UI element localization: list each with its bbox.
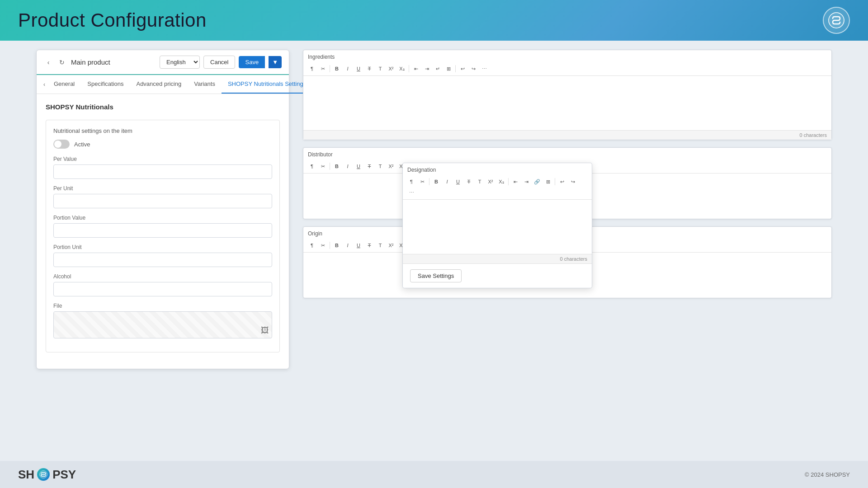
- orig-tb-paragraph[interactable]: ¶: [307, 240, 317, 250]
- desig-tb-table[interactable]: ⊞: [543, 177, 553, 187]
- tab-advanced-pricing[interactable]: Advanced pricing: [130, 75, 188, 94]
- per-value-field: Per Value: [53, 156, 272, 179]
- tab-left-arrow[interactable]: ‹: [41, 77, 47, 92]
- per-unit-label: Per Unit: [53, 185, 272, 192]
- designation-editor-body[interactable]: [403, 200, 592, 254]
- language-select[interactable]: English German French Spanish: [160, 56, 200, 69]
- panel-header: ‹ ↻ Main product English German French S…: [37, 50, 289, 75]
- section-title: SHOPSY Nutritionals: [46, 103, 280, 114]
- ingredients-char-count: 0 characters: [303, 130, 831, 140]
- cancel-button[interactable]: Cancel: [203, 56, 235, 69]
- ingredients-panel: Ingredients ¶ ✂ B I U T T X² X₂ ⇤ ⇥ ↵ ⊞ …: [303, 50, 832, 140]
- main-product-panel: ‹ ↻ Main product English German French S…: [36, 50, 289, 369]
- panel-header-right: English German French Spanish Cancel Sav…: [160, 56, 282, 69]
- tb-subscript[interactable]: X₂: [397, 64, 407, 74]
- panel-header-left: ‹ ↻ Main product: [44, 58, 110, 67]
- desig-tb-more[interactable]: ⋯: [406, 188, 416, 197]
- tb-undo[interactable]: ↩: [458, 64, 467, 74]
- nutritional-section: Nutritional settings on the item Active …: [46, 120, 280, 352]
- desig-tb-italic[interactable]: I: [442, 177, 452, 187]
- file-upload-area[interactable]: 🖼: [53, 311, 272, 338]
- portion-unit-label: Portion Unit: [53, 244, 272, 250]
- designation-panel: Designation ¶ ✂ B I U T T X² X₂ ⇤ ⇥ 🔗 ⊞ …: [402, 163, 592, 288]
- orig-tb-bold[interactable]: B: [332, 240, 342, 250]
- tb-indent-right[interactable]: ⇥: [422, 64, 432, 74]
- desig-tb-underline[interactable]: U: [453, 177, 463, 187]
- tab-variants[interactable]: Variants: [188, 75, 222, 94]
- dist-tb-bold[interactable]: B: [332, 161, 342, 171]
- desig-tb-font[interactable]: T: [475, 177, 485, 187]
- active-label: Active: [74, 141, 90, 148]
- portion-unit-input[interactable]: [53, 253, 272, 267]
- footer-psy-text: PSY: [52, 468, 76, 482]
- desig-tb-superscript[interactable]: X²: [486, 177, 495, 187]
- orig-tb-italic[interactable]: I: [343, 240, 353, 250]
- dist-tb-underline[interactable]: U: [354, 161, 363, 171]
- desig-tb-redo[interactable]: ↪: [568, 177, 578, 187]
- right-panel: Ingredients ¶ ✂ B I U T T X² X₂ ⇤ ⇥ ↵ ⊞ …: [303, 50, 832, 298]
- dist-tb-superscript[interactable]: X²: [386, 161, 396, 171]
- ingredients-editor-body[interactable]: [303, 76, 831, 130]
- tb-bold[interactable]: B: [332, 64, 342, 74]
- active-toggle[interactable]: [53, 140, 70, 149]
- dist-tb-italic[interactable]: I: [343, 161, 353, 171]
- tab-specifications[interactable]: Specifications: [81, 75, 130, 94]
- orig-tb-underline[interactable]: U: [354, 240, 363, 250]
- tb-italic[interactable]: I: [343, 64, 353, 74]
- desig-tb-cut[interactable]: ✂: [417, 177, 427, 187]
- desig-tb-bold[interactable]: B: [431, 177, 441, 187]
- tab-shopsy-nutritionals[interactable]: SHOPSY Nutritionals Settings: [222, 75, 312, 94]
- tab-general[interactable]: General: [47, 75, 81, 94]
- desig-tb-indent-left[interactable]: ⇤: [510, 177, 520, 187]
- orig-tb-superscript[interactable]: X²: [386, 240, 396, 250]
- tb-table[interactable]: ⊞: [443, 64, 453, 74]
- desig-tb-paragraph[interactable]: ¶: [406, 177, 416, 187]
- app-header: Product Configuration: [0, 0, 868, 41]
- save-button[interactable]: Save: [239, 56, 265, 68]
- orig-tb-font[interactable]: T: [375, 240, 385, 250]
- dist-tb-strikethrough[interactable]: T: [364, 161, 374, 171]
- per-value-input[interactable]: [53, 164, 272, 179]
- save-dropdown-button[interactable]: ▼: [269, 56, 282, 68]
- footer-sh-text: SH: [18, 468, 34, 482]
- dist-tb-cut[interactable]: ✂: [318, 161, 328, 171]
- tb-redo[interactable]: ↪: [468, 64, 478, 74]
- tb-paragraph[interactable]: ¶: [307, 64, 317, 74]
- tb-underline[interactable]: U: [354, 64, 363, 74]
- back-arrow-icon[interactable]: ‹: [44, 58, 53, 67]
- product-name: Main product: [71, 58, 110, 66]
- desig-tb-subscript[interactable]: X₂: [496, 177, 506, 187]
- per-unit-field: Per Unit: [53, 185, 272, 208]
- tb-cut[interactable]: ✂: [318, 64, 328, 74]
- desig-tb-undo[interactable]: ↩: [557, 177, 567, 187]
- portion-value-label: Portion Value: [53, 215, 272, 221]
- desig-tb-link[interactable]: 🔗: [532, 177, 542, 187]
- form-content: SHOPSY Nutritionals Nutritional settings…: [37, 94, 289, 369]
- desig-tb-strikethrough[interactable]: T: [464, 177, 474, 187]
- tb-superscript[interactable]: X²: [386, 64, 396, 74]
- orig-tb-cut[interactable]: ✂: [318, 240, 328, 250]
- dist-tb-paragraph[interactable]: ¶: [307, 161, 317, 171]
- file-label: File: [53, 303, 272, 309]
- ingredients-toolbar: ¶ ✂ B I U T T X² X₂ ⇤ ⇥ ↵ ⊞ ↩ ↪ ⋯: [303, 62, 831, 76]
- tb-strikethrough[interactable]: T: [364, 64, 374, 74]
- designation-toolbar: ¶ ✂ B I U T T X² X₂ ⇤ ⇥ 🔗 ⊞ ↩ ↪ ⋯: [403, 175, 592, 200]
- tab-bar: ‹ General Specifications Advanced pricin…: [37, 75, 289, 94]
- refresh-icon[interactable]: ↻: [57, 58, 66, 67]
- tb-enter[interactable]: ↵: [433, 64, 443, 74]
- desig-tb-indent-right[interactable]: ⇥: [521, 177, 531, 187]
- tb-more[interactable]: ⋯: [479, 64, 489, 74]
- dist-tb-font[interactable]: T: [375, 161, 385, 171]
- save-settings-button[interactable]: Save Settings: [410, 269, 462, 282]
- content-area: ‹ ↻ Main product English German French S…: [0, 41, 868, 461]
- tb-indent-left[interactable]: ⇤: [411, 64, 421, 74]
- footer-copyright: © 2024 SHOPSY: [805, 471, 850, 478]
- page-title: Product Configuration: [18, 9, 207, 31]
- per-value-label: Per Value: [53, 156, 272, 162]
- orig-tb-strikethrough[interactable]: T: [364, 240, 374, 250]
- portion-value-input[interactable]: [53, 223, 272, 238]
- alcohol-input[interactable]: [53, 282, 272, 296]
- per-unit-input[interactable]: [53, 194, 272, 208]
- tb-font[interactable]: T: [375, 64, 385, 74]
- designation-char-count: 0 characters: [403, 254, 592, 263]
